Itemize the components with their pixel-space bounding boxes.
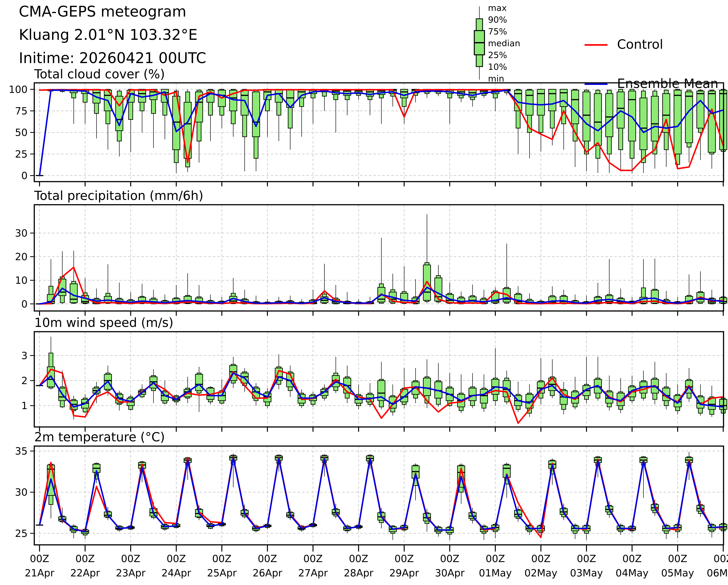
- boxplot-25-75-box: [400, 89, 408, 98]
- boxplot-25-75-box: [572, 90, 579, 124]
- x-tick-hour-label: 00Z: [531, 553, 550, 564]
- legend-graphics: [474, 6, 607, 84]
- boxplot-glyph: [685, 89, 693, 163]
- x-tick-date-label: 23Apr: [116, 567, 146, 579]
- boxplot-25-75-box: [423, 378, 431, 396]
- boxplot-25-75-box: [480, 389, 488, 403]
- boxplot-glyph: [70, 89, 77, 124]
- x-tick-hour-label: 00Z: [166, 553, 186, 564]
- boxplot-25-75-box: [526, 90, 533, 115]
- boxplot-glyph: [583, 357, 590, 403]
- x-tick-date-label: 01May: [479, 567, 512, 579]
- boxplot-glyph: [708, 523, 716, 537]
- boxplot-glyph: [537, 89, 545, 152]
- x-tick-hour-label: 00Z: [577, 553, 596, 564]
- boxplot-glyph: [708, 89, 716, 169]
- boxplot-glyph: [492, 287, 499, 304]
- x-tick-hour-label: 00Z: [668, 553, 687, 564]
- boxplot-glyph: [606, 89, 613, 173]
- boxplot-glyph: [253, 89, 260, 171]
- boxplot-glyph: [196, 367, 203, 412]
- boxplot-25-75-box: [594, 94, 602, 145]
- y-tick-label: 100: [9, 84, 28, 95]
- boxplot-glyph: [492, 348, 499, 406]
- boxplot-glyph: [651, 89, 658, 169]
- boxplot-glyph: [298, 89, 305, 137]
- boxplot-glyph: [651, 362, 658, 404]
- boxplot-glyph: [81, 89, 89, 124]
- boxplot-glyph: [435, 363, 442, 407]
- boxplot-glyph: [651, 259, 658, 304]
- boxplot-glyph: [446, 283, 453, 304]
- y-tick-label: 30: [15, 227, 28, 239]
- y-tick-label: 75: [15, 105, 28, 117]
- boxplot-glyph: [446, 373, 453, 407]
- boxplot-glyph: [640, 259, 647, 304]
- boxplot-glyph: [560, 89, 567, 150]
- x-tick-date-label: 30Apr: [435, 567, 465, 579]
- x-tick-hour-label: 00Z: [486, 553, 505, 564]
- boxplot-glyph: [662, 524, 670, 539]
- boxplot-glyph: [435, 265, 442, 303]
- boxplot-25-75-box: [196, 374, 203, 391]
- x-tick-hour-label: 00Z: [212, 553, 231, 564]
- y-tick-label: 20: [15, 251, 28, 263]
- boxplot-glyph: [184, 273, 191, 304]
- boxplot-glyph: [366, 89, 374, 115]
- boxplot-25-75-box: [435, 278, 442, 301]
- boxplot-25-75-box: [560, 296, 567, 303]
- boxplot-25-75-box: [606, 94, 613, 137]
- x-tick-date-label: 02May: [524, 567, 557, 579]
- x-tick-hour-label: 00Z: [394, 553, 414, 564]
- boxplot-glyph: [378, 362, 385, 409]
- boxplot-glyph: [412, 368, 419, 403]
- boxplot-glyph: [549, 89, 556, 145]
- panel-1: 0102030: [15, 205, 727, 316]
- boxplot-glyph: [446, 89, 453, 124]
- boxplot-glyph: [378, 89, 385, 124]
- boxplot-glyph: [685, 274, 693, 304]
- boxplot-glyph: [207, 89, 214, 141]
- y-tick-label: 2: [21, 375, 28, 387]
- boxplot-25-75-box: [298, 89, 305, 98]
- boxplot-25-75-box: [560, 89, 567, 107]
- y-tick-label: 0: [21, 170, 28, 182]
- boxplot-glyph: [355, 89, 362, 100]
- boxplot-glyph: [617, 378, 624, 413]
- x-tick-date-label: 03May: [570, 567, 603, 579]
- boxplot-25-75-box: [469, 388, 476, 401]
- boxplot-25-75-box: [253, 92, 260, 137]
- panel-3: 253035: [15, 445, 727, 552]
- y-tick-label: 35: [15, 445, 28, 457]
- x-tick-date-label: 24Apr: [161, 567, 191, 579]
- boxplot-25-75-box: [617, 92, 624, 128]
- boxplot-glyph: [640, 371, 647, 401]
- boxplot-glyph: [572, 377, 579, 409]
- boxplot-glyph: [469, 89, 476, 107]
- x-tick-date-label: 06May: [707, 567, 728, 579]
- y-tick-label: 25: [15, 528, 28, 539]
- boxplot-glyph: [104, 264, 111, 304]
- boxplot-glyph: [150, 89, 157, 148]
- boxplot-glyph: [469, 373, 476, 408]
- boxplot-glyph: [332, 357, 339, 393]
- x-tick-hour-label: 00Z: [75, 553, 95, 564]
- x-tick-date-label: 04May: [616, 567, 648, 579]
- x-tick-hour-label: 00Z: [258, 553, 277, 564]
- boxplot-glyph: [309, 89, 317, 124]
- y-tick-label: 30: [15, 486, 28, 498]
- x-tick-hour-label: 00Z: [303, 553, 322, 564]
- boxplot-25-75-box: [708, 91, 716, 152]
- boxplot-25-75-box: [469, 297, 476, 303]
- x-tick-date-label: 21Apr: [25, 567, 54, 579]
- boxplot-25-75-box: [685, 92, 693, 143]
- panel-0: 0255075100: [9, 83, 727, 186]
- boxplot-25-75-box: [651, 96, 658, 141]
- boxplot-glyph: [400, 266, 408, 304]
- x-tick-date-label: 22Apr: [70, 567, 100, 579]
- x-tick-hour-label: 00Z: [440, 553, 459, 564]
- boxplot-glyph: [628, 89, 636, 173]
- boxplot-glyph: [116, 89, 123, 157]
- boxplot-glyph: [583, 89, 590, 171]
- boxplot-glyph: [617, 89, 624, 171]
